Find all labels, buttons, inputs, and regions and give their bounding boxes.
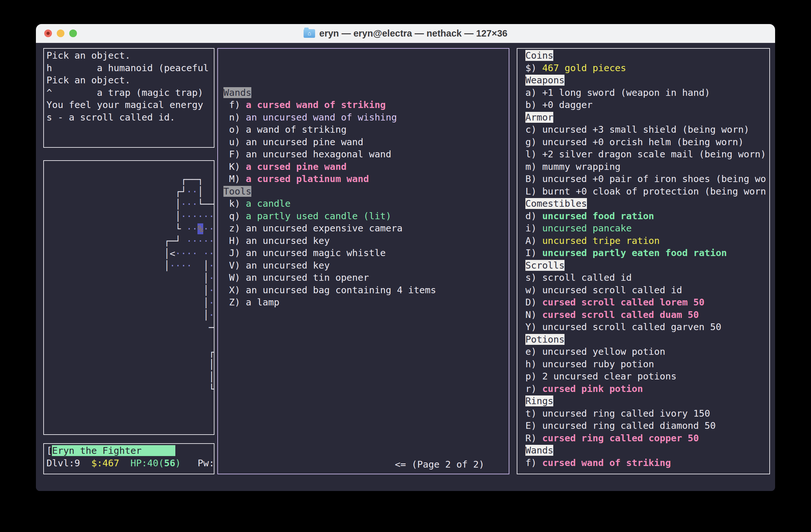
- inventory-page-pane[interactable]: <= (Page 2 of 2) Wands f) a cursed wand …: [217, 48, 509, 474]
- terminal-line: Pick an object.: [46, 49, 214, 62]
- terminal-line: z) an uncursed expensive camera: [224, 222, 509, 235]
- terminal-line: r) cursed pink potion: [525, 383, 769, 395]
- terminal-line: Coins: [525, 49, 769, 62]
- message-pane[interactable]: Pick an object.h a humanoid (peacefulPic…: [43, 48, 214, 148]
- close-button[interactable]: [44, 30, 52, 37]
- minimize-button[interactable]: [57, 30, 64, 37]
- terminal-line: s - a scroll called id.: [46, 111, 214, 124]
- terminal-line: a) +1 long sword (weapon in hand): [525, 87, 769, 99]
- terminal-line: ─: [46, 322, 214, 334]
- terminal-line: [Eryn the Fighter: [46, 444, 214, 457]
- terminal-line: E) uncursed ring called diamond 50: [525, 420, 769, 432]
- terminal-line: Comestibles: [525, 198, 769, 210]
- zoom-button[interactable]: [69, 30, 77, 37]
- terminal-line: │···· │·: [46, 260, 214, 272]
- dungeon-map-pane[interactable]: ┌──┐ ┌┘··│ │···└── │······ └ ··%·· ┌─┘ ·…: [43, 160, 214, 435]
- terminal-line: │<···· ··: [46, 247, 214, 260]
- terminal-line: s) scroll called id: [525, 271, 769, 284]
- terminal-line: └: [46, 383, 214, 395]
- terminal-line: q) a partly used candle (lit): [224, 210, 509, 222]
- terminal-line: N) cursed scroll called duam 50: [525, 309, 769, 321]
- terminal-line: u) an uncursed pine wand: [224, 136, 509, 148]
- title-bar[interactable]: ⌂ eryn — eryn@electra — nethack — 127×36: [36, 24, 775, 43]
- terminal-line: Scrolls: [525, 259, 769, 272]
- terminal-line: k) a candle: [224, 198, 509, 210]
- terminal-line: ┌┘··│: [46, 186, 214, 198]
- terminal-line: W) an uncursed tin opener: [224, 271, 509, 284]
- terminal-line: Pick an object.: [46, 74, 214, 87]
- terminal-content: Pick an object.h a humanoid (peacefulPic…: [36, 43, 775, 491]
- terminal-line: │: [46, 371, 214, 383]
- terminal-line: d) uncursed food ration: [525, 210, 769, 222]
- terminal-line: Z) a lamp: [224, 296, 509, 309]
- terminal-line: R) cursed ring called copper 50: [525, 432, 769, 444]
- terminal-line: h) uncursed ruby potion: [525, 358, 769, 371]
- inventory-full-pane[interactable]: Coins$) 467 gold piecesWeaponsa) +1 long…: [517, 48, 770, 474]
- terminal-line: Wands: [525, 444, 769, 457]
- terminal-line: $) 467 gold pieces: [525, 62, 769, 74]
- terminal-line: l) +2 silver dragon scale mail (being wo…: [525, 148, 769, 160]
- terminal-line: └ ··%··: [46, 223, 214, 235]
- terminal-line: A) uncursed tripe ration: [525, 235, 769, 247]
- terminal-line: You feel your magical energy: [46, 99, 214, 111]
- terminal-line: ┌─┘ ·····: [46, 235, 214, 247]
- terminal-window: ⌂ eryn — eryn@electra — nethack — 127×36…: [36, 24, 775, 491]
- terminal-line: H) an uncursed key: [224, 235, 509, 247]
- terminal-line: g) uncursed +0 orcish helm (being worn): [525, 136, 769, 148]
- terminal-line: │·: [46, 272, 214, 285]
- terminal-line: ┌──┐: [46, 173, 214, 186]
- terminal-line: ^ a trap (magic trap): [46, 87, 214, 99]
- terminal-line: Dlvl:9 $:467 HP:40(56) Pw:: [46, 457, 214, 470]
- terminal-line: [46, 161, 214, 173]
- terminal-line: M) a cursed platinum wand: [224, 173, 509, 185]
- terminal-line: │: [46, 358, 214, 371]
- terminal-line: │···└──: [46, 198, 214, 210]
- terminal-line: p) 2 uncursed clear potions: [525, 370, 769, 383]
- terminal-line: [46, 334, 214, 346]
- terminal-line: Tools: [224, 185, 509, 198]
- terminal-line: │·: [46, 284, 214, 297]
- terminal-line: Weapons: [525, 74, 769, 87]
- terminal-line: L) burnt +0 cloak of protection (being w…: [525, 185, 769, 198]
- terminal-line: m) mummy wrapping: [525, 160, 769, 173]
- terminal-line: J) an uncursed magic whistle: [224, 247, 509, 259]
- terminal-line: │·: [46, 297, 214, 309]
- terminal-line: e) uncursed yellow potion: [525, 345, 769, 358]
- terminal-line: b) +0 dagger: [525, 99, 769, 111]
- terminal-line: V) an uncursed key: [224, 259, 509, 272]
- terminal-line: │······: [46, 210, 214, 223]
- terminal-line: X) an uncursed bag containing 4 items: [224, 284, 509, 296]
- terminal-line: B) uncursed +0 pair of iron shoes (being…: [525, 173, 769, 185]
- terminal-line: Rings: [525, 395, 769, 407]
- terminal-line: n) an uncursed wand of wishing: [224, 111, 509, 124]
- terminal-line: o) a wand of striking: [224, 123, 509, 136]
- terminal-line: Wands: [224, 87, 509, 99]
- terminal-line: w) uncursed scroll called id: [525, 284, 769, 296]
- terminal-line: K) a cursed pine wand: [224, 160, 509, 173]
- status-pane[interactable]: [Eryn the Fighter Dlvl:9 $:467 HP:40(56)…: [43, 443, 214, 474]
- terminal-line: │·: [46, 309, 214, 322]
- terminal-line: f) a cursed wand of striking: [224, 99, 509, 111]
- terminal-line: Armor: [525, 111, 769, 124]
- screenshot-root: { "title_bar": { "title": "eryn — eryn@e…: [0, 0, 811, 532]
- terminal-line: c) uncursed +3 small shield (being worn): [525, 123, 769, 136]
- terminal-line: f) cursed wand of striking: [525, 457, 769, 469]
- window-title: ⌂ eryn — eryn@electra — nethack — 127×36: [304, 28, 507, 39]
- terminal-line: D) cursed scroll called lorem 50: [525, 296, 769, 309]
- window-title-text: eryn — eryn@electra — nethack — 127×36: [319, 28, 507, 39]
- terminal-line: t) uncursed ring called ivory 150: [525, 407, 769, 420]
- terminal-line: i) uncursed pancake: [525, 222, 769, 235]
- traffic-lights: [44, 24, 77, 43]
- terminal-line: h a humanoid (peaceful: [46, 62, 214, 74]
- page-indicator: <= (Page 2 of 2): [395, 458, 484, 471]
- terminal-line: ┌: [46, 346, 214, 359]
- terminal-line: F) an uncursed hexagonal wand: [224, 148, 509, 160]
- terminal-line: Potions: [525, 333, 769, 346]
- terminal-line: I) uncursed partly eaten food ration: [525, 247, 769, 259]
- home-folder-icon: ⌂: [304, 29, 315, 38]
- terminal-line: Y) uncursed scroll called garven 50: [525, 321, 769, 333]
